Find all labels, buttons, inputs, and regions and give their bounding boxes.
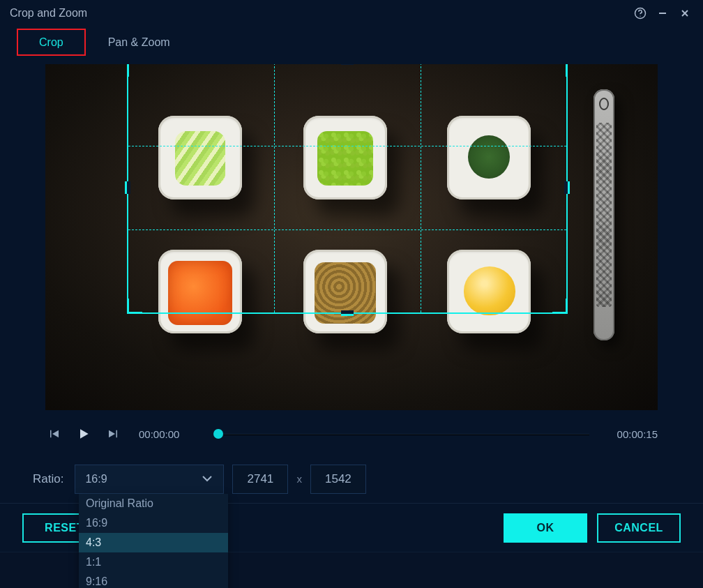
svg-marker-6 <box>52 430 59 438</box>
preview-image-content <box>303 250 387 333</box>
help-button[interactable] <box>629 2 651 24</box>
crop-handle-right[interactable] <box>564 181 570 194</box>
window-title: Crop and Zoom <box>10 7 87 20</box>
svg-point-1 <box>640 16 640 17</box>
minimize-button[interactable] <box>651 2 674 24</box>
preview-image-content <box>447 116 531 199</box>
ratio-select-value: 16:9 <box>85 473 107 485</box>
preview-image-content <box>303 116 387 199</box>
crop-handle-top[interactable] <box>341 64 354 65</box>
crop-width-input[interactable] <box>232 465 288 494</box>
tab-row: Crop Pan & Zoom <box>0 27 703 56</box>
crop-handle-top-right[interactable] <box>552 64 568 77</box>
crop-height-input[interactable] <box>310 465 366 494</box>
ratio-option[interactable]: 16:9 <box>79 513 228 533</box>
ratio-dropdown[interactable]: Original Ratio16:94:31:19:16Custom <box>79 494 228 588</box>
time-total: 00:00:15 <box>617 428 658 440</box>
play-button[interactable] <box>75 425 93 443</box>
transport-bar: 00:00:00 00:00:15 <box>0 413 703 455</box>
close-button[interactable] <box>674 2 696 24</box>
ratio-select[interactable]: 16:9 <box>75 465 224 494</box>
title-bar: Crop and Zoom <box>0 0 703 27</box>
crop-handle-left[interactable] <box>125 181 130 194</box>
dimension-separator: x <box>296 473 302 485</box>
preview-image-content <box>594 89 614 340</box>
crop-handle-bottom-left[interactable] <box>127 299 142 314</box>
svg-rect-5 <box>50 430 52 438</box>
next-frame-button[interactable] <box>104 425 122 443</box>
ratio-option[interactable]: 4:3 <box>79 533 228 552</box>
preview-image-content <box>158 250 242 333</box>
ratio-row: Ratio: 16:9 x Original Ratio16:94:31:19:… <box>0 455 703 504</box>
ok-button[interactable]: OK <box>504 513 587 543</box>
ratio-option[interactable]: 1:1 <box>79 552 228 572</box>
ratio-option[interactable]: 9:16 <box>79 572 228 588</box>
ratio-option[interactable]: Original Ratio <box>79 494 228 513</box>
time-current: 00:00:00 <box>139 428 179 440</box>
crop-handle-bottom-right[interactable] <box>552 299 568 314</box>
preview-container <box>0 56 703 410</box>
video-preview[interactable] <box>45 64 658 410</box>
ratio-label: Ratio: <box>33 472 63 486</box>
prev-frame-button[interactable] <box>45 425 63 443</box>
cancel-button[interactable]: CANCEL <box>597 513 681 543</box>
tab-pan-zoom[interactable]: Pan & Zoom <box>86 29 192 56</box>
crop-handle-top-left[interactable] <box>127 64 142 77</box>
chevron-down-icon <box>201 473 213 485</box>
svg-rect-9 <box>116 430 118 438</box>
tab-crop[interactable]: Crop <box>17 29 86 56</box>
preview-image-content <box>158 116 242 199</box>
svg-marker-8 <box>109 430 115 438</box>
preview-image-content <box>447 250 531 333</box>
timeline-slider[interactable] <box>218 427 589 441</box>
timeline-knob[interactable] <box>213 429 223 439</box>
svg-marker-7 <box>80 429 89 438</box>
